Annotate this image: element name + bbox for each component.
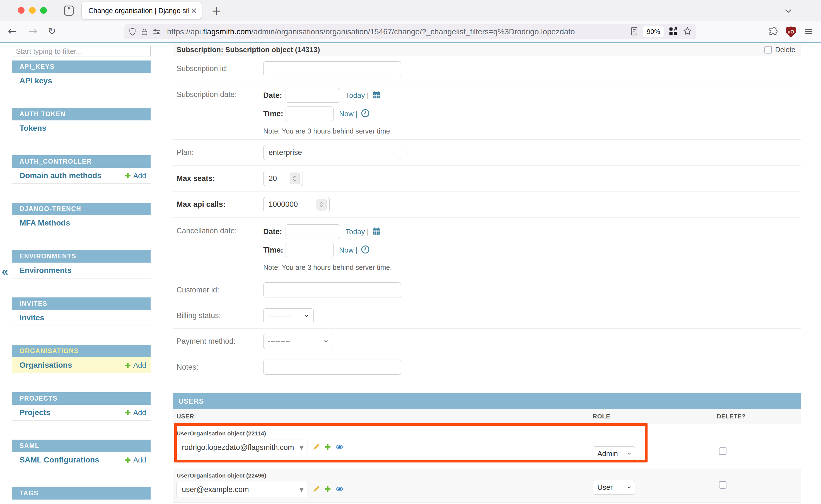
today-link[interactable]: Today | (345, 227, 369, 236)
calendar-icon[interactable] (372, 90, 381, 100)
sidebar-item-label[interactable]: API keys (20, 76, 52, 85)
field-label: Notes: (176, 363, 263, 372)
subscription-date-input[interactable] (285, 88, 340, 103)
field-label: Subscription date: (176, 88, 263, 139)
role-select[interactable]: Admin (593, 446, 635, 461)
sidebar-item-saml-configurations[interactable]: SAML Configurations Add (12, 452, 151, 468)
menu-hamburger-icon[interactable] (804, 26, 814, 38)
sidebar-add-link[interactable]: Add (124, 456, 146, 464)
sidebar-filter-input[interactable] (12, 46, 151, 57)
url-bar[interactable]: https://api.flagsmith.com/admin/organisa… (124, 24, 696, 39)
clock-icon[interactable] (361, 245, 370, 255)
lock-icon[interactable] (140, 27, 149, 36)
max-api-calls-input[interactable]: 1000000 (263, 197, 329, 212)
now-link[interactable]: Now | (339, 246, 357, 255)
plan-input[interactable] (263, 145, 401, 160)
window-close-button[interactable] (18, 7, 25, 14)
firefox-view-icon[interactable] (64, 6, 74, 16)
sidebar-item-label[interactable]: Environments (20, 266, 72, 275)
sidebar-item-label[interactable]: Domain auth methods (20, 171, 101, 180)
clock-icon[interactable] (361, 109, 370, 119)
sidebar-item-mfa-methods[interactable]: MFA Methods (12, 215, 151, 231)
window-minimize-button[interactable] (29, 7, 36, 14)
number-stepper[interactable] (316, 199, 326, 210)
reload-button[interactable]: ↻ (48, 26, 56, 36)
cancellation-time-input[interactable] (285, 243, 333, 257)
role-select[interactable]: User (593, 480, 635, 495)
subscription-time-input[interactable] (285, 106, 333, 121)
tracking-shield-icon[interactable] (128, 27, 137, 36)
url-path: /admin/organisations/organisation/15467/… (251, 27, 575, 36)
sidebar-item-label[interactable]: Organisations (20, 361, 72, 370)
sidebar-section-header: API_KEYS (12, 60, 151, 73)
browser-window: Change organisation | Django site admin … (0, 0, 821, 504)
tab-close-icon[interactable]: × (191, 7, 197, 14)
forward-button[interactable]: → (28, 26, 37, 36)
edit-pencil-icon[interactable] (312, 485, 320, 494)
today-link[interactable]: Today | (345, 91, 369, 100)
sidebar-item-label[interactable]: MFA Methods (20, 219, 70, 227)
sidebar-add-link[interactable]: Add (124, 408, 146, 417)
calendar-icon[interactable] (372, 227, 381, 237)
add-plus-icon[interactable] (324, 485, 331, 494)
add-plus-icon[interactable] (324, 443, 331, 452)
column-header-user: USER (176, 413, 194, 420)
row-delete-checkbox[interactable] (719, 481, 727, 489)
max-seats-input[interactable]: 20 (263, 171, 303, 186)
sidebar-item-organisations[interactable]: Organisations Add (12, 357, 151, 373)
payment-method-select[interactable]: --------- (263, 334, 333, 349)
sidebar-item-label[interactable]: Tokens (20, 124, 46, 133)
new-tab-button[interactable]: + (211, 4, 221, 18)
extensions-puzzle-icon[interactable] (767, 26, 778, 38)
url-text[interactable]: https://api.flagsmith.com/admin/organisa… (167, 27, 627, 36)
view-eye-icon[interactable] (335, 444, 343, 451)
view-eye-icon[interactable] (335, 486, 343, 493)
sidebar-add-link[interactable]: Add (124, 361, 146, 370)
sidebar-item-environments[interactable]: Environments (12, 263, 151, 278)
extension-grid-icon[interactable] (669, 26, 678, 37)
delete-checkbox[interactable] (764, 46, 772, 54)
add-label[interactable]: Add (133, 408, 146, 417)
edit-pencil-icon[interactable] (312, 443, 320, 452)
add-label[interactable]: Add (133, 456, 146, 464)
role-value: User (597, 483, 613, 492)
notes-input[interactable] (263, 360, 401, 375)
back-button[interactable]: ← (8, 26, 17, 36)
sidebar-item-tokens[interactable]: Tokens (12, 120, 151, 136)
add-label[interactable]: Add (133, 361, 146, 370)
sidebar-item-label[interactable]: Projects (20, 408, 50, 417)
sidebar-item-api-keys[interactable]: API keys (12, 73, 151, 89)
page-content: « API_KEYS API keys AUTH TOKEN Tokens AU… (0, 42, 821, 504)
sidebar-collapse-button[interactable]: « (2, 265, 8, 278)
plus-icon (124, 457, 131, 463)
ublock-origin-icon[interactable]: uO (786, 26, 796, 38)
permissions-icon[interactable] (152, 27, 161, 36)
reader-view-icon[interactable] (630, 26, 638, 37)
bookmark-star-icon[interactable] (682, 26, 692, 37)
sidebar-item-domain-auth-methods[interactable]: Domain auth methods Add (12, 168, 151, 184)
sidebar-item-label[interactable]: SAML Configurations (20, 455, 99, 464)
sidebar-item-label[interactable]: Invites (20, 313, 44, 322)
customer-id-input[interactable] (263, 282, 401, 297)
sidebar-item-invites[interactable]: Invites (12, 310, 151, 326)
sidebar-item-tags[interactable]: Tags (12, 500, 151, 504)
user-select[interactable]: user@example.com ▼ (176, 482, 308, 497)
now-link[interactable]: Now | (339, 110, 357, 118)
module-title: Subscription: Subscription object (14313… (176, 45, 320, 54)
zoom-level-indicator[interactable]: 90% (643, 26, 664, 37)
user-select[interactable]: rodrigo.lopezdato@flagsmith.com ▼ (176, 440, 308, 455)
sidebar-add-link[interactable]: Add (124, 171, 146, 180)
subscription-id-input[interactable] (263, 61, 401, 76)
users-section-header: USERS (173, 393, 801, 409)
number-stepper[interactable] (290, 173, 300, 184)
sidebar-item-projects[interactable]: Projects Add (12, 405, 151, 421)
add-label[interactable]: Add (133, 171, 146, 180)
window-zoom-button[interactable] (40, 7, 47, 14)
delete-label: Delete (775, 46, 795, 54)
cancellation-date-input[interactable] (285, 224, 340, 239)
tab-list-chevron-icon[interactable] (784, 6, 793, 17)
tab-active[interactable]: Change organisation | Django site admin … (82, 2, 202, 19)
sidebar-item-label[interactable]: Tags (20, 503, 37, 504)
billing-status-select[interactable]: --------- (263, 308, 314, 323)
row-delete-checkbox[interactable] (719, 447, 727, 455)
